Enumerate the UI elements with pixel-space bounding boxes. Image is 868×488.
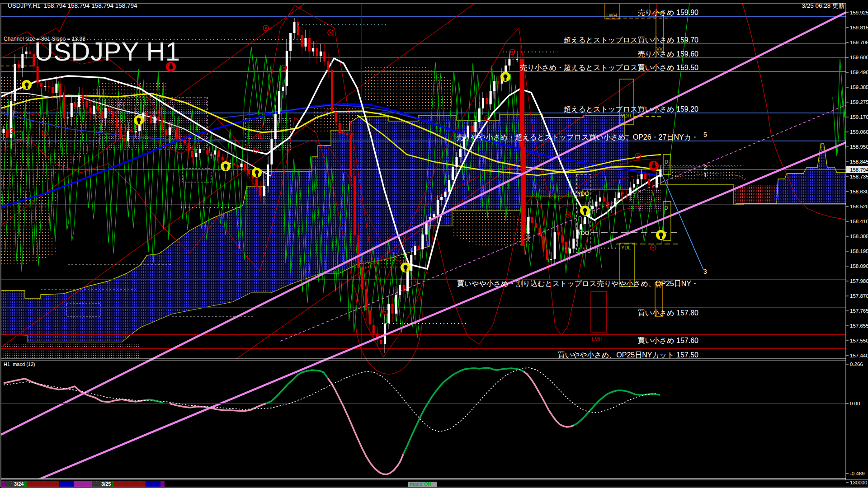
svg-text:158.195: 158.195	[850, 249, 868, 254]
svg-text:LMH: LMH	[592, 336, 602, 342]
svg-text:D: D	[665, 159, 668, 164]
svg-text:158.794: 158.794	[850, 167, 868, 173]
svg-text:D: D	[665, 205, 668, 211]
svg-text:158.305: 158.305	[850, 234, 868, 239]
svg-text:5: 5	[703, 131, 707, 138]
svg-text:買い小さめ 157.60: 買い小さめ 157.60	[637, 337, 698, 344]
svg-text:買いやや小さめ・割り込むとストップロス売りやや小さめ、OP2: 買いやや小さめ・割り込むとストップロス売りやや小さめ、OP25日NY・	[457, 280, 698, 287]
svg-text:売り小さめ 159.90: 売り小さめ 159.90	[637, 9, 698, 16]
svg-text:157.550: 157.550	[850, 338, 868, 343]
svg-text:YDL: YDL	[621, 245, 631, 250]
svg-text:H1 macd (12): H1 macd (12)	[4, 361, 35, 367]
svg-text:157.765: 157.765	[850, 308, 868, 314]
svg-text:157.655: 157.655	[850, 323, 868, 328]
svg-text:158.735: 158.735	[850, 174, 868, 179]
svg-text:1: 1	[703, 171, 707, 178]
svg-text:3/25: 3/25	[101, 481, 111, 487]
svg-text:3: 3	[703, 268, 707, 275]
svg-text:0.266: 0.266	[850, 361, 863, 367]
svg-text:売り小さめ 159.60: 売り小さめ 159.60	[637, 50, 698, 58]
svg-text:157.870: 157.870	[850, 293, 868, 299]
svg-text:159.600: 159.600	[850, 55, 868, 60]
svg-text:YDO: YDO	[577, 230, 589, 236]
svg-text:0.00: 0.00	[850, 401, 860, 406]
svg-text:159.705: 159.705	[850, 40, 868, 45]
svg-text:macd ON: macd ON	[410, 481, 431, 487]
svg-text:2: 2	[703, 164, 707, 171]
svg-text:158.520: 158.520	[850, 204, 868, 209]
svg-text:130000: 130000	[850, 480, 867, 485]
svg-text:158.630: 158.630	[850, 189, 868, 194]
svg-text:3/24: 3/24	[14, 481, 24, 487]
svg-text:159.490: 159.490	[850, 70, 868, 75]
svg-text:YDC: YDC	[577, 191, 589, 197]
svg-text:157.440: 157.440	[850, 353, 868, 358]
svg-text:158.090: 158.090	[850, 263, 868, 269]
svg-text:158.845: 158.845	[850, 159, 868, 164]
svg-text:158.410: 158.410	[850, 219, 868, 224]
svg-text:159.060: 159.060	[850, 129, 868, 135]
svg-text:158.950: 158.950	[850, 144, 868, 150]
svg-text:超えるとストップロス買い小さめ 159.70: 超えるとストップロス買い小さめ 159.70	[564, 36, 698, 44]
svg-text:買い小さめ 157.80: 買い小さめ 157.80	[637, 309, 698, 317]
svg-text:-0.489: -0.489	[850, 471, 865, 476]
svg-text:LWH: LWH	[606, 13, 617, 18]
svg-text:Channel size = 861 Slope = 13.: Channel size = 861 Slope = 13.38	[4, 36, 85, 42]
svg-text:買いやや小さめ、OP25日NYカット 157.50: 買いやや小さめ、OP25日NYカット 157.50	[557, 351, 698, 359]
svg-text:159.815: 159.815	[850, 25, 868, 30]
svg-text:157.980: 157.980	[850, 278, 868, 284]
svg-text:売り小さめ・超えるとストップロス買い小さめ 159.50: 売り小さめ・超えるとストップロス買い小さめ 159.50	[520, 64, 698, 71]
svg-text:売りやや小さめ・超えるとストップロス買い小さめ、OP26・2: 売りやや小さめ・超えるとストップロス買い小さめ、OP26・27日NYカ・	[456, 133, 698, 141]
svg-text:159.925: 159.925	[850, 10, 868, 15]
svg-text:159.170: 159.170	[850, 114, 868, 120]
svg-text:YDH: YDH	[621, 113, 631, 118]
svg-text:159.385: 159.385	[850, 84, 868, 90]
svg-text:超えるとストップロス買い小さめ 159.20: 超えるとストップロス買い小さめ 159.20	[564, 105, 698, 113]
svg-text:159.275: 159.275	[850, 99, 868, 105]
